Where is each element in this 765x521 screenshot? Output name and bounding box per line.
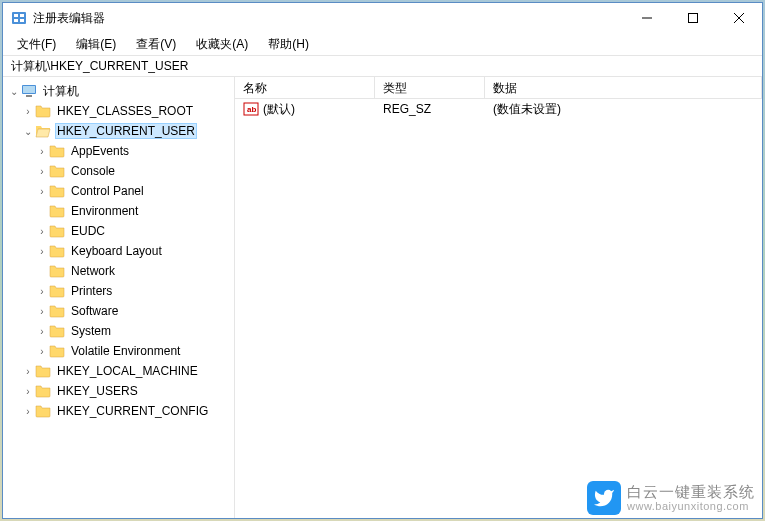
svg-rect-0	[12, 12, 26, 24]
svg-rect-4	[20, 19, 24, 22]
tree-node-controlpanel[interactable]: › Control Panel	[3, 181, 234, 201]
tree-node-computer[interactable]: ⌄ 计算机	[3, 81, 234, 101]
chevron-right-icon[interactable]: ›	[35, 306, 49, 317]
svg-text:ab: ab	[247, 105, 256, 114]
tree-label: Environment	[69, 204, 140, 218]
value-name: (默认)	[263, 101, 295, 118]
svg-rect-2	[20, 14, 24, 17]
chevron-down-icon[interactable]: ⌄	[7, 86, 21, 97]
folder-icon	[49, 144, 65, 158]
tree-node-appevents[interactable]: › AppEvents	[3, 141, 234, 161]
menu-view[interactable]: 查看(V)	[128, 34, 184, 55]
chevron-right-icon[interactable]: ›	[35, 326, 49, 337]
menu-favorites[interactable]: 收藏夹(A)	[188, 34, 256, 55]
address-bar[interactable]: 计算机\HKEY_CURRENT_USER	[3, 55, 762, 77]
folder-icon	[35, 384, 51, 398]
window-controls	[624, 3, 762, 33]
tree-label: HKEY_CLASSES_ROOT	[55, 104, 195, 118]
list-row[interactable]: ab (默认) REG_SZ (数值未设置)	[235, 99, 762, 119]
chevron-right-icon[interactable]: ›	[35, 286, 49, 297]
column-header-name[interactable]: 名称	[235, 77, 375, 98]
chevron-right-icon[interactable]: ›	[21, 106, 35, 117]
menubar: 文件(F) 编辑(E) 查看(V) 收藏夹(A) 帮助(H)	[3, 33, 762, 55]
maximize-button[interactable]	[670, 3, 716, 33]
tree-node-system[interactable]: › System	[3, 321, 234, 341]
folder-icon	[35, 364, 51, 378]
svg-rect-10	[23, 86, 35, 93]
tree-node-hkcc[interactable]: › HKEY_CURRENT_CONFIG	[3, 401, 234, 421]
folder-icon	[49, 324, 65, 338]
tree-label: System	[69, 324, 113, 338]
folder-icon	[49, 224, 65, 238]
folder-icon	[49, 344, 65, 358]
chevron-right-icon[interactable]: ›	[35, 226, 49, 237]
chevron-down-icon[interactable]: ⌄	[21, 126, 35, 137]
content-area: ⌄ 计算机 › HKEY_CLASSES_ROOT ⌄ HKEY_CURRENT…	[3, 77, 762, 518]
cell-data: (数值未设置)	[485, 101, 762, 118]
tree-node-software[interactable]: › Software	[3, 301, 234, 321]
chevron-right-icon[interactable]: ›	[21, 386, 35, 397]
registry-editor-window: 注册表编辑器 文件(F) 编辑(E) 查看(V) 收藏夹(A) 帮助(H) 计算…	[2, 2, 763, 519]
chevron-right-icon[interactable]: ›	[35, 186, 49, 197]
folder-icon	[49, 264, 65, 278]
folder-icon	[49, 244, 65, 258]
tree-panel[interactable]: ⌄ 计算机 › HKEY_CLASSES_ROOT ⌄ HKEY_CURRENT…	[3, 77, 235, 518]
menu-edit[interactable]: 编辑(E)	[68, 34, 124, 55]
tree-label: Network	[69, 264, 117, 278]
tree-label: EUDC	[69, 224, 107, 238]
chevron-right-icon[interactable]: ›	[35, 166, 49, 177]
tree-label: Software	[69, 304, 120, 318]
tree-node-volatile[interactable]: › Volatile Environment	[3, 341, 234, 361]
tree-node-keyboard[interactable]: › Keyboard Layout	[3, 241, 234, 261]
tree-label: HKEY_CURRENT_CONFIG	[55, 404, 210, 418]
tree-node-eudc[interactable]: › EUDC	[3, 221, 234, 241]
svg-rect-3	[14, 19, 18, 22]
svg-rect-11	[26, 95, 32, 97]
tree-label: Keyboard Layout	[69, 244, 164, 258]
tree-node-network[interactable]: Network	[3, 261, 234, 281]
close-button[interactable]	[716, 3, 762, 33]
tree-label: Console	[69, 164, 117, 178]
list-header: 名称 类型 数据	[235, 77, 762, 99]
cell-type: REG_SZ	[375, 102, 485, 116]
tree-label: HKEY_USERS	[55, 384, 140, 398]
minimize-button[interactable]	[624, 3, 670, 33]
tree-label: HKEY_CURRENT_USER	[55, 123, 197, 139]
folder-icon	[49, 164, 65, 178]
tree-node-environment[interactable]: Environment	[3, 201, 234, 221]
app-icon	[11, 10, 27, 26]
cell-name: ab (默认)	[235, 101, 375, 118]
svg-rect-6	[689, 14, 698, 23]
tree-label: Printers	[69, 284, 114, 298]
tree-node-hkcu[interactable]: ⌄ HKEY_CURRENT_USER	[3, 121, 234, 141]
folder-icon	[35, 404, 51, 418]
chevron-right-icon[interactable]: ›	[21, 366, 35, 377]
chevron-right-icon[interactable]: ›	[35, 346, 49, 357]
folder-icon	[49, 204, 65, 218]
chevron-right-icon[interactable]: ›	[35, 146, 49, 157]
chevron-right-icon[interactable]: ›	[21, 406, 35, 417]
tree-node-hku[interactable]: › HKEY_USERS	[3, 381, 234, 401]
tree-label: AppEvents	[69, 144, 131, 158]
folder-icon	[49, 284, 65, 298]
tree-node-printers[interactable]: › Printers	[3, 281, 234, 301]
address-text: 计算机\HKEY_CURRENT_USER	[11, 58, 188, 75]
column-header-type[interactable]: 类型	[375, 77, 485, 98]
tree-label: 计算机	[41, 83, 81, 100]
computer-icon	[21, 84, 37, 98]
chevron-right-icon[interactable]: ›	[35, 246, 49, 257]
tree-node-console[interactable]: › Console	[3, 161, 234, 181]
tree-label: Volatile Environment	[69, 344, 182, 358]
menu-help[interactable]: 帮助(H)	[260, 34, 317, 55]
tree-node-hklm[interactable]: › HKEY_LOCAL_MACHINE	[3, 361, 234, 381]
svg-rect-1	[14, 14, 18, 17]
menu-file[interactable]: 文件(F)	[9, 34, 64, 55]
column-header-data[interactable]: 数据	[485, 77, 762, 98]
string-value-icon: ab	[243, 102, 259, 116]
values-panel[interactable]: 名称 类型 数据 ab (默认) REG_SZ (数值未设置)	[235, 77, 762, 518]
folder-icon	[35, 104, 51, 118]
tree-label: HKEY_LOCAL_MACHINE	[55, 364, 200, 378]
folder-icon	[49, 184, 65, 198]
folder-open-icon	[35, 124, 51, 138]
tree-node-hkcr[interactable]: › HKEY_CLASSES_ROOT	[3, 101, 234, 121]
